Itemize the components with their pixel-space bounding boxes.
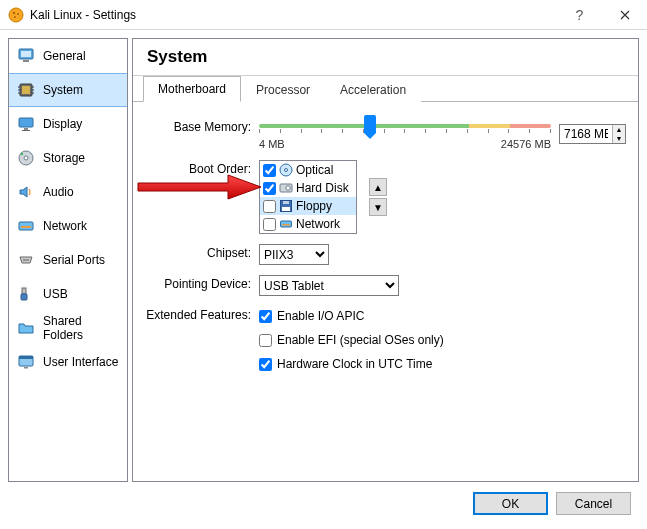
sidebar-item-display[interactable]: Display <box>9 107 127 141</box>
tab-body-motherboard: Base Memory: 4 MB <box>133 102 638 481</box>
boot-item-floppy[interactable]: Floppy <box>260 197 356 215</box>
svg-point-34 <box>286 186 290 190</box>
general-icon <box>17 47 35 65</box>
shared-folders-icon <box>17 319 35 337</box>
svg-point-1 <box>13 11 15 13</box>
boot-item-harddisk[interactable]: Hard Disk <box>260 179 356 197</box>
base-memory-input[interactable] <box>560 125 612 143</box>
feat-hwclock[interactable]: Hardware Clock in UTC Time <box>259 354 432 374</box>
audio-icon <box>17 183 35 201</box>
sidebar-item-label: General <box>43 49 86 63</box>
feat-efi[interactable]: Enable EFI (special OSes only) <box>259 330 444 350</box>
sidebar-item-label: System <box>43 83 83 97</box>
svg-rect-15 <box>19 118 33 127</box>
tab-acceleration[interactable]: Acceleration <box>325 77 421 102</box>
chipset-select[interactable]: PIIX3 <box>259 244 329 265</box>
boot-order-label: Boot Order: <box>145 160 259 176</box>
tab-processor[interactable]: Processor <box>241 77 325 102</box>
network-icon <box>17 217 35 235</box>
svg-point-20 <box>21 153 23 155</box>
boot-move-up[interactable]: ▲ <box>369 178 387 196</box>
chipset-label: Chipset: <box>145 244 259 260</box>
boot-check-network[interactable] <box>263 218 276 231</box>
close-button[interactable] <box>602 0 647 30</box>
svg-rect-26 <box>22 288 26 294</box>
display-icon <box>17 115 35 133</box>
sidebar-item-user-interface[interactable]: User Interface <box>9 345 127 379</box>
boot-check-harddisk[interactable] <box>263 182 276 195</box>
feat-hwclock-label: Hardware Clock in UTC Time <box>277 357 432 371</box>
sidebar-item-general[interactable]: General <box>9 39 127 73</box>
svg-rect-6 <box>23 60 29 62</box>
window-title: Kali Linux - Settings <box>30 8 557 22</box>
extended-label: Extended Features: <box>145 306 259 322</box>
boot-item-network[interactable]: Network <box>260 215 356 233</box>
feat-ioapic-check[interactable] <box>259 310 272 323</box>
row-base-memory: Base Memory: 4 MB <box>145 118 626 150</box>
sidebar-item-network[interactable]: Network <box>9 209 127 243</box>
floppy-icon <box>279 199 293 213</box>
sidebar-item-label: Storage <box>43 151 85 165</box>
feat-ioapic[interactable]: Enable I/O APIC <box>259 306 364 326</box>
sidebar-item-label: Serial Ports <box>43 253 105 267</box>
feat-efi-label: Enable EFI (special OSes only) <box>277 333 444 347</box>
svg-point-19 <box>24 156 28 160</box>
app-icon <box>8 7 24 23</box>
boot-item-optical[interactable]: Optical <box>260 161 356 179</box>
boot-item-label: Floppy <box>296 199 332 213</box>
harddisk-icon <box>279 181 293 195</box>
settings-sidebar: General System Display Storage Audio Net… <box>8 38 128 482</box>
base-memory-min: 4 MB <box>259 138 285 150</box>
ok-button[interactable]: OK <box>473 492 548 515</box>
sidebar-item-audio[interactable]: Audio <box>9 175 127 209</box>
svg-rect-36 <box>283 201 289 204</box>
base-memory-label: Base Memory: <box>145 118 259 134</box>
svg-point-24 <box>25 259 27 261</box>
optical-icon <box>279 163 293 177</box>
storage-icon <box>17 149 35 167</box>
boot-item-label: Hard Disk <box>296 181 349 195</box>
svg-rect-30 <box>24 367 28 369</box>
cancel-button[interactable]: Cancel <box>556 492 631 515</box>
network-boot-icon <box>279 217 293 231</box>
row-boot-order: Boot Order: Optical Hard Disk <box>145 160 626 234</box>
boot-move-down[interactable]: ▼ <box>369 198 387 216</box>
row-chipset: Chipset: PIIX3 <box>145 244 626 265</box>
pointing-label: Pointing Device: <box>145 275 259 291</box>
sidebar-item-system[interactable]: System <box>9 73 127 107</box>
pointing-select[interactable]: USB Tablet <box>259 275 399 296</box>
svg-point-0 <box>9 8 23 22</box>
tab-strip: Motherboard Processor Acceleration <box>133 76 638 102</box>
svg-point-32 <box>285 169 288 172</box>
spin-up[interactable]: ▲ <box>613 125 625 134</box>
settings-panel: System Motherboard Processor Acceleratio… <box>132 38 639 482</box>
spin-down[interactable]: ▼ <box>613 134 625 143</box>
sidebar-item-label: Display <box>43 117 82 131</box>
svg-point-2 <box>17 12 19 14</box>
svg-rect-39 <box>282 224 290 226</box>
svg-rect-37 <box>282 207 290 211</box>
serial-icon <box>17 251 35 269</box>
svg-rect-5 <box>21 51 31 57</box>
feat-efi-check[interactable] <box>259 334 272 347</box>
boot-check-optical[interactable] <box>263 164 276 177</box>
boot-order-list[interactable]: Optical Hard Disk Floppy <box>259 160 357 234</box>
boot-check-floppy[interactable] <box>263 200 276 213</box>
svg-rect-29 <box>19 356 33 359</box>
tab-motherboard[interactable]: Motherboard <box>143 76 241 102</box>
help-button[interactable]: ? <box>557 0 602 30</box>
svg-rect-22 <box>21 226 31 228</box>
svg-rect-17 <box>22 130 30 131</box>
feat-hwclock-check[interactable] <box>259 358 272 371</box>
system-icon <box>17 81 35 99</box>
page-heading: System <box>147 47 624 67</box>
sidebar-item-serial-ports[interactable]: Serial Ports <box>9 243 127 277</box>
boot-item-label: Network <box>296 217 340 231</box>
sidebar-item-storage[interactable]: Storage <box>9 141 127 175</box>
slider-thumb[interactable] <box>364 115 376 133</box>
sidebar-item-usb[interactable]: USB <box>9 277 127 311</box>
base-memory-slider[interactable] <box>259 118 551 134</box>
sidebar-item-shared-folders[interactable]: Shared Folders <box>9 311 127 345</box>
svg-rect-16 <box>24 128 28 130</box>
base-memory-spinbox[interactable]: ▲ ▼ <box>559 124 626 144</box>
